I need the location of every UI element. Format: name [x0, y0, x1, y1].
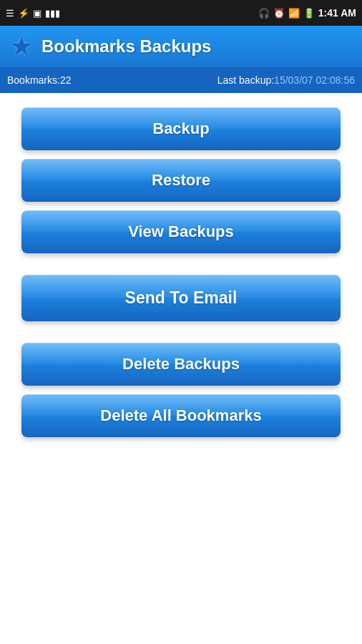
headphone-icon: 🎧 [258, 8, 270, 19]
status-bar: ☰ ⚡ ▣ ▮▮▮ 🎧 ⏰ 📶 🔋 1:41 AM [0, 0, 362, 26]
signal-bars-icon: ▮▮▮ [45, 8, 60, 19]
last-backup-container: Last backup:15/03/07 02:08:56 [217, 74, 355, 87]
restore-button[interactable]: Restore [21, 159, 341, 202]
bookmarks-count: 22 [60, 74, 72, 86]
main-content: Backup Restore View Backups Send To Emai… [0, 93, 362, 452]
title-bar: ★ Bookmarks Backups [0, 26, 362, 67]
bookmarks-count-container: Bookmarks:22 [7, 74, 72, 87]
image-icon: ▣ [33, 8, 41, 19]
star-icon: ★ [10, 31, 33, 62]
backup-button[interactable]: Backup [21, 107, 341, 150]
status-bar-right: 🎧 ⏰ 📶 🔋 1:41 AM [258, 7, 356, 19]
app-title: Bookmarks Backups [41, 36, 211, 57]
delete-backups-button[interactable]: Delete Backups [21, 343, 341, 386]
view-backups-button[interactable]: View Backups [21, 210, 341, 253]
gap-spacer [21, 262, 341, 266]
signal-icon: 📶 [288, 8, 300, 19]
menu-icon: ☰ [6, 8, 14, 19]
status-bar-left: ☰ ⚡ ▣ ▮▮▮ [6, 8, 60, 19]
usb-icon: ⚡ [18, 8, 29, 19]
status-time: 1:41 AM [318, 7, 356, 19]
delete-all-bookmarks-button[interactable]: Delete All Bookmarks [21, 394, 341, 437]
gap-spacer-2 [21, 330, 341, 334]
battery-icon: 🔋 [303, 8, 315, 19]
last-backup-time: 15/03/07 02:08:56 [274, 74, 355, 86]
last-backup-label: Last backup: [217, 74, 274, 86]
bookmarks-label: Bookmarks: [7, 74, 60, 86]
info-bar: Bookmarks:22 Last backup:15/03/07 02:08:… [0, 67, 362, 93]
alarm-icon: ⏰ [273, 8, 285, 19]
send-to-email-button[interactable]: Send To Email [21, 275, 341, 321]
